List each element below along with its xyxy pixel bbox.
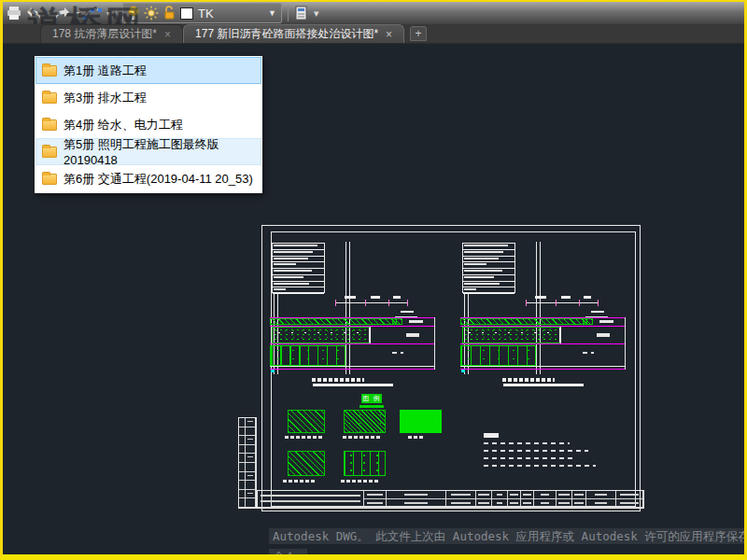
section-edge-line (625, 317, 626, 370)
joint-line (349, 242, 350, 374)
base-course-hatch (270, 345, 345, 366)
layer-label (392, 352, 403, 354)
cross-section (460, 242, 633, 391)
wearing-course-hatch (460, 318, 587, 325)
menu-item-label: 第3册 排水工程 (63, 90, 147, 106)
layer-line (460, 343, 625, 344)
legend-swatch-solid (400, 410, 442, 433)
section-title-text (312, 378, 364, 382)
revision-register-table (238, 417, 257, 509)
legend-caption (341, 480, 378, 483)
tab-close-icon[interactable]: × (164, 28, 171, 41)
layer-label (406, 333, 419, 337)
layer-label (599, 320, 613, 323)
notes-block (484, 433, 598, 472)
tab-177[interactable]: 177 新旧沥青砼路面搭接处治设计图* × (183, 24, 404, 43)
legend-caption (285, 436, 324, 439)
tab-178[interactable]: 178 抗滑薄层设计图* × (40, 24, 183, 43)
layer-label (409, 320, 423, 323)
spline-icon[interactable] (83, 4, 102, 22)
tab-label: 178 抗滑薄层设计图* (52, 26, 157, 42)
layer-dropdown-icon[interactable]: ▼ (268, 8, 276, 18)
layer-line (270, 343, 434, 344)
menu-item-label: 第4册 给水、电力工程 (63, 117, 183, 133)
menu-item-vol6[interactable]: 第6册 交通工程(2019-04-11 20_53) (35, 165, 261, 192)
menu-item-label: 第1册 道路工程 (63, 63, 147, 79)
sun-icon[interactable] (144, 4, 159, 22)
layer-line (270, 369, 434, 370)
annotation-table (272, 243, 325, 293)
binder-course-hatch (272, 327, 371, 343)
toolbar-separator (116, 5, 117, 21)
print-icon[interactable] (7, 4, 21, 22)
legend-caption (343, 436, 380, 439)
redo-dropdown-icon[interactable]: ▾ (76, 9, 79, 18)
wearing-course-hatch (392, 318, 402, 325)
binder-course-hatch (462, 327, 561, 343)
legend-caption (283, 480, 317, 483)
menu-item-vol3[interactable]: 第3册 排水工程 (35, 84, 261, 111)
layer-combobox[interactable]: TK (198, 7, 263, 21)
joint-line (540, 242, 541, 374)
folder-icon (42, 92, 57, 104)
section-title-underline (313, 384, 393, 386)
layer-label (583, 352, 594, 354)
new-tab-button[interactable]: + (410, 26, 427, 41)
bulb-icon[interactable] (128, 4, 139, 22)
command-history-line: Autodesk DWG。 此文件上次由 Autodesk 应用程序或 Auto… (269, 528, 747, 544)
notes-heading (484, 433, 499, 438)
autocad-window: ▾ ▾ ▾ TK ▼ ▾ 道桥网 (0, 0, 747, 560)
legend-swatch-bars (344, 451, 386, 476)
dimension-line (526, 302, 599, 303)
legend-swatch-hatch1 (288, 410, 325, 433)
quick-access-toolbar: ▾ ▾ ▾ TK ▼ ▾ 道桥网 (3, 2, 744, 24)
properties-panel-icon[interactable] (294, 4, 309, 22)
legend-swatch-hatch3 (288, 451, 325, 476)
datum-tick (271, 370, 275, 372)
joint-line (536, 242, 537, 374)
undo-icon[interactable] (25, 4, 42, 22)
folder-menu: 第1册 道路工程 第3册 排水工程 第4册 给水、电力工程 第5册 照明工程施工… (35, 56, 262, 193)
menu-item-vol5[interactable]: 第5册 照明工程施工图最终版20190418 (35, 138, 261, 165)
menu-item-label: 第6册 交通工程(2019-04-11 20_53) (63, 171, 253, 188)
section-title-text (502, 378, 555, 382)
joint-line (345, 242, 346, 374)
toolbar-overflow-icon[interactable]: ▾ (314, 7, 319, 20)
folder-icon (42, 119, 57, 131)
menu-item-label: 第5册 照明工程施工图最终版20190418 (63, 136, 255, 167)
legend-caption (408, 436, 423, 439)
redo-icon[interactable] (54, 4, 71, 22)
base-course-hatch (460, 345, 536, 366)
color-swatch[interactable] (180, 7, 193, 20)
folder-icon (42, 147, 57, 158)
layer-line (460, 366, 625, 367)
layer-label (597, 333, 610, 337)
file-tab-bar: 178 抗滑薄层设计图* × 177 新旧沥青砼路面搭接处治设计图* × + (3, 24, 744, 44)
folder-icon (42, 174, 57, 185)
legend-title: 图 例 (361, 394, 382, 403)
undo-dropdown-icon[interactable]: ▾ (47, 9, 50, 18)
unlock-icon[interactable] (163, 4, 176, 22)
datum-tick (461, 370, 465, 372)
layer-panel: TK ▼ (122, 3, 282, 23)
layer-line (460, 369, 625, 370)
command-prompt-line: 命令: (269, 549, 307, 560)
annotation-table (462, 243, 515, 293)
menu-item-vol1[interactable]: 第1册 道路工程 (35, 57, 261, 84)
cross-section (270, 242, 443, 391)
legend-title-underline (359, 405, 384, 408)
section-edge-line (434, 317, 435, 370)
wearing-course-hatch (583, 318, 593, 325)
legend-swatch-hatch2 (344, 410, 386, 433)
toolbar-separator (288, 5, 289, 21)
section-title-underline (503, 384, 584, 386)
folder-icon (42, 65, 57, 77)
drawing-sheet: 图 例 (238, 218, 649, 526)
spline-dropdown-icon[interactable]: ▾ (106, 9, 110, 18)
wearing-course-hatch (270, 318, 397, 325)
title-block-main-cell (258, 491, 364, 508)
tab-close-icon[interactable]: × (386, 28, 392, 41)
dimension-line (335, 302, 408, 303)
menu-item-vol4[interactable]: 第4册 给水、电力工程 (35, 111, 261, 138)
layer-line (270, 366, 434, 367)
